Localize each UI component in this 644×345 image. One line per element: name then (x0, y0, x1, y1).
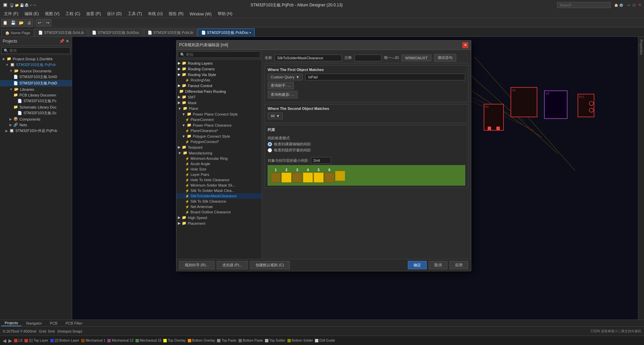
menu-report[interactable]: 报告 (R) (166, 10, 186, 17)
clearance-value-input[interactable] (311, 157, 331, 164)
tab-pcb[interactable]: PCB (47, 321, 61, 326)
global-search-input[interactable] (557, 2, 611, 8)
menu-design[interactable]: 设计 (D) (104, 10, 124, 17)
rule-cat-mfg[interactable]: ▼📁Manufacturing (176, 150, 262, 156)
radio-solder[interactable] (268, 148, 272, 152)
tab-navigator[interactable]: Navigator (23, 321, 45, 326)
create-default-btn[interactable]: 创建默认规则 (C) (250, 261, 289, 269)
tree-project-group[interactable]: ▶ 📁 Project Group 1.DsnWrk (0, 56, 72, 62)
rule-acute-angle[interactable]: ⚡Acute Angle (176, 161, 262, 166)
layer-mech15[interactable]: Mechanical 15 (136, 339, 161, 342)
panel-close-btn[interactable]: ✕ (66, 39, 69, 44)
rule-cat-pplane[interactable]: ▼📁Power Plane Clearance (176, 122, 262, 128)
tab-pcbdoc[interactable]: 📄 STM32F103主板.PcbDoc • (198, 28, 255, 37)
priority-btn[interactable]: 优先级 (P)... (217, 261, 248, 269)
rule-min-annular[interactable]: ⚡Minimum Annular Ring (176, 156, 262, 161)
apply-btn[interactable]: 应用 (449, 261, 468, 269)
rule-cat-smt[interactable]: ▶📁SMT (176, 94, 262, 100)
tree-pcbdoc[interactable]: 📄 STM32F103主板.PcbD (0, 80, 72, 86)
query-helper-btn[interactable]: 查询助手- ... (268, 82, 294, 89)
unique-id-btn[interactable]: WNWOAUXT (401, 55, 431, 61)
rule-min-solder[interactable]: ⚡Minimum Solder Mask Sli... (176, 183, 262, 188)
tab-projects[interactable]: Projects (1, 320, 21, 326)
query-type-dropdown[interactable]: Custom Query ▼ (268, 74, 303, 80)
rule-silk-to-solder-cat[interactable]: ⚡Silk To Solder Mask Clea... (176, 188, 262, 193)
toolbar-save[interactable]: 💾 (9, 19, 17, 26)
second-query-dropdown[interactable]: All ▼ (268, 113, 283, 119)
tree-pcblib-doc[interactable]: 📁 PCB Library Documen (0, 92, 72, 98)
menu-file[interactable]: 文件 (F) (1, 10, 21, 17)
rule-board-outline[interactable]: ⚡Board Outline Clearance (176, 209, 262, 215)
rule-cat-diff-pairs[interactable]: 📁Differential Pairs Routing (176, 88, 262, 94)
tree-nets[interactable]: ▶ 🔗 Nets (0, 122, 72, 128)
toolbar-redo[interactable]: ↪ (44, 19, 51, 26)
rule-cat-routing-via[interactable]: ▶📁Routing Via Style (176, 72, 262, 77)
tree-prjpcb2[interactable]: ▶ 🔲 STM32F103+外设.PrjPcb (0, 128, 72, 134)
rule-planeclearance[interactable]: ⚡PlaneClearance* (176, 128, 262, 133)
layer-mech1[interactable]: Mechanical 1 (81, 339, 105, 342)
rule-wizard-btn[interactable]: 规则向导 (R)... (179, 261, 215, 269)
layer-drill-guide[interactable]: Drill Guide (315, 339, 335, 342)
menu-route[interactable]: 布线 (U) (145, 10, 165, 17)
tab-pcblib[interactable]: 📄 STM32F103主板.PcbLib (144, 28, 197, 37)
rule-cat-mask[interactable]: ▶📁Mask (176, 100, 262, 106)
rule-routing-vias[interactable]: ⚡RoutingVias (176, 77, 262, 83)
layer-top-solder[interactable]: Top Solder (265, 339, 285, 342)
ok-btn[interactable]: 确定 (408, 261, 427, 269)
rule-cat-polygon[interactable]: ▼📁Polygon Connect Style (176, 133, 262, 139)
tab-pcb-filter[interactable]: PCB Filter (62, 321, 86, 326)
tree-schlib-doc[interactable]: 📁 Schematic Library Doc (0, 104, 72, 110)
test-btn[interactable]: 测试语句 (434, 54, 456, 62)
layer-ls[interactable]: LS (14, 339, 22, 342)
cancel-btn[interactable]: 取消 (429, 261, 447, 269)
layer-bottom[interactable]: [2] Bottom Layer (50, 339, 79, 342)
layer-mech13[interactable]: Mechanical 13 (107, 339, 133, 342)
rule-cat-routing-corners[interactable]: ▶📁Routing Corners (176, 66, 262, 72)
layer-bottom-solder[interactable]: Bottom Solder (287, 339, 313, 342)
layer-top-paste[interactable]: Top Paste (217, 339, 236, 342)
toolbar-undo[interactable]: ↩ (36, 19, 43, 26)
tree-schdoc[interactable]: 📄 STM32F103主板.SchD (0, 74, 72, 80)
layer-bottom-paste[interactable]: Bottom Paste (238, 339, 263, 342)
layer-nav-left[interactable]: ◀ (3, 338, 6, 343)
dialog-close-button[interactable]: ✕ (462, 42, 468, 48)
toolbar-open[interactable]: 📂 (17, 19, 25, 26)
rule-hole-clearance[interactable]: ⚡Hole To Hole Clearance (176, 177, 262, 183)
rule-comment-input[interactable] (355, 55, 381, 61)
radio-copper[interactable] (268, 142, 272, 146)
tree-source-docs[interactable]: ▼ 📂 Source Documents (0, 68, 72, 74)
query-text-input[interactable] (305, 74, 465, 80)
layer-top[interactable]: [1] Top Layer (24, 339, 48, 342)
toolbar-print[interactable]: 🖨 (25, 19, 33, 26)
rule-net-antennae[interactable]: ⚡Net Antennae (176, 204, 262, 209)
rule-cat-ppc[interactable]: ▼📁Power Plane Connect Style (176, 111, 262, 117)
menu-view[interactable]: 视图 (V) (42, 10, 62, 17)
menu-edit[interactable]: 编辑 (E) (22, 10, 42, 17)
rule-cat-testpoint[interactable]: ▶📁Testpoint (176, 144, 262, 150)
rule-cat-placement[interactable]: ▶📁Placement (176, 220, 262, 226)
tab-home[interactable]: 🏠 Home Page (1, 29, 34, 37)
project-search-input[interactable] (1, 47, 70, 54)
query-builder-btn[interactable]: 查询构建器- ... (268, 91, 298, 98)
menu-place[interactable]: 放置 (P) (84, 10, 103, 17)
close-btn[interactable]: ✕ (638, 3, 641, 7)
rule-silk-to-silk[interactable]: ⚡Silk To Silk Clearance (176, 199, 262, 204)
rule-silk-to-solder-selected[interactable]: ⚡SilkToSolderMaskClearance (176, 193, 262, 199)
rule-name-input[interactable] (275, 55, 342, 61)
rule-cat-routing-layers[interactable]: ▶📁Routing Layers (176, 60, 262, 66)
maximize-btn[interactable]: □ (633, 3, 635, 7)
layer-top-overlay[interactable]: Top Overlay (163, 339, 185, 342)
tree-sch-sc[interactable]: 📄 STM32F103主板.Sc (0, 110, 72, 116)
tree-libraries[interactable]: ▼ 📂 Libraries (0, 86, 72, 92)
rule-search-input[interactable] (178, 51, 260, 58)
menu-tools[interactable]: 工具 (T) (125, 10, 145, 17)
tab-schlib[interactable]: 📄 STM32F103主板.SchLib (35, 28, 88, 37)
layer-bottom-overlay[interactable]: Bottom Overlay (188, 339, 215, 342)
menu-window[interactable]: Window (W) (187, 11, 214, 17)
tree-components[interactable]: ▶ 📦 Components (0, 116, 72, 122)
rule-cat-fanout[interactable]: ▶📁Fanout Control (176, 83, 262, 88)
tree-pcb-pc[interactable]: 📄 STM32F103主板.Pc (0, 98, 72, 104)
rule-planeconnect[interactable]: ⚡PlaneConnect (176, 117, 262, 122)
rule-cat-plane[interactable]: ▼📁Plane (176, 106, 262, 111)
tab-schdoc[interactable]: 📄 STM32F103主板.SchDoc (88, 28, 143, 37)
